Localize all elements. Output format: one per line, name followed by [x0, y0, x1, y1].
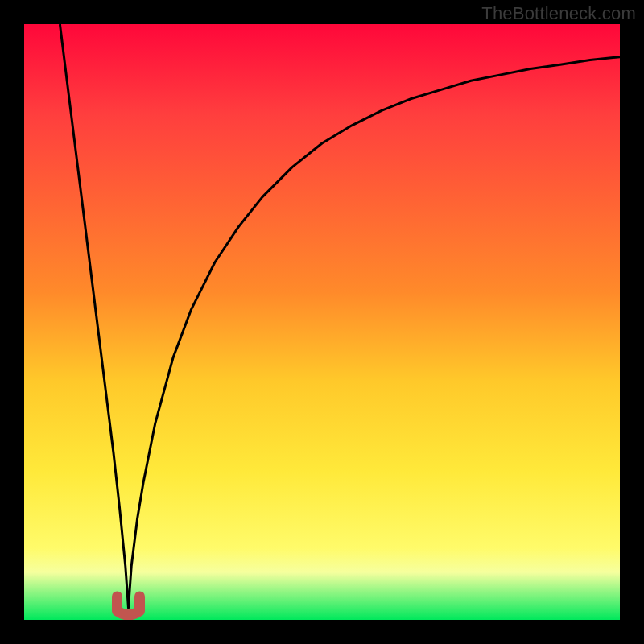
gradient-background — [24, 24, 620, 620]
chart-frame: TheBottleneck.com — [0, 0, 644, 644]
watermark-text: TheBottleneck.com — [481, 3, 636, 24]
bottleneck-chart — [24, 24, 620, 620]
